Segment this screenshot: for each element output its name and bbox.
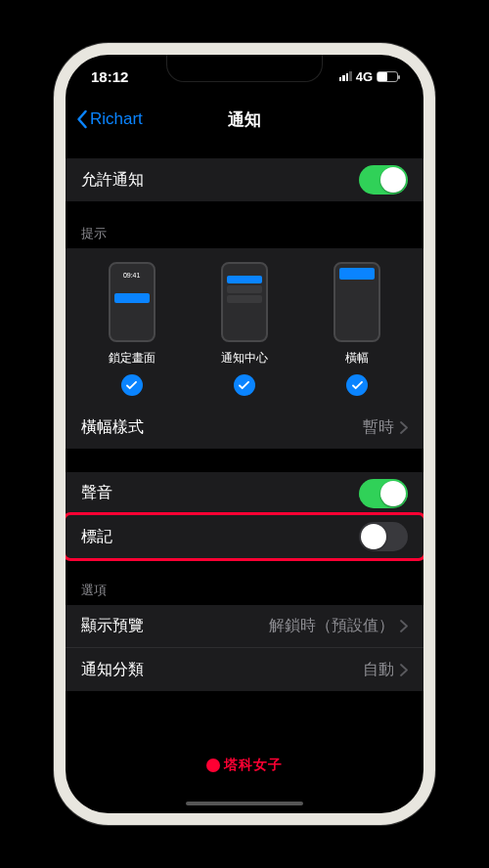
- banner-style-label: 橫幅樣式: [81, 417, 363, 438]
- alerts-group: 提示 09:41 鎖定畫面 通知中心: [66, 225, 423, 449]
- banner-style-value: 暫時: [363, 417, 394, 438]
- home-indicator[interactable]: [186, 802, 303, 805]
- chevron-right-icon: [400, 664, 408, 676]
- preview-value: 解鎖時（預設值）: [269, 616, 394, 636]
- back-label: Richart: [90, 109, 143, 129]
- allow-switch[interactable]: [359, 165, 408, 195]
- chevron-right-icon: [400, 620, 408, 632]
- phone-frame: 18:12 4G Richart 通知 允許通知 提示: [54, 43, 435, 825]
- alert-label: 鎖定畫面: [109, 350, 156, 367]
- sound-row[interactable]: 聲音: [66, 472, 423, 515]
- nav-bar: Richart 通知: [66, 98, 423, 141]
- badge-switch[interactable]: [359, 522, 408, 551]
- sound-switch[interactable]: [359, 479, 408, 508]
- sound-label: 聲音: [81, 483, 359, 503]
- banner-style-row[interactable]: 橫幅樣式 暫時: [66, 406, 423, 449]
- check-icon[interactable]: [121, 374, 143, 396]
- badge-row[interactable]: 標記: [66, 515, 423, 558]
- status-right: 4G: [339, 69, 398, 84]
- options-group: 選項 顯示預覽 解鎖時（預設值） 通知分類 自動: [66, 582, 423, 691]
- back-button[interactable]: Richart: [75, 109, 143, 129]
- network-label: 4G: [356, 69, 373, 84]
- check-icon[interactable]: [234, 374, 255, 396]
- preview-row[interactable]: 顯示預覽 解鎖時（預設值）: [66, 605, 423, 648]
- grouping-value: 自動: [363, 660, 394, 680]
- grouping-label: 通知分類: [81, 660, 363, 680]
- chevron-right-icon: [400, 421, 408, 434]
- signal-icon: [339, 71, 352, 81]
- watermark: 塔科女子: [66, 757, 423, 774]
- banner-icon: [333, 262, 380, 342]
- options-header: 選項: [66, 582, 423, 605]
- notch: [166, 55, 323, 82]
- sound-badge-group: 聲音 標記: [66, 472, 423, 558]
- screen: 18:12 4G Richart 通知 允許通知 提示: [66, 55, 423, 813]
- watermark-text: 塔科女子: [224, 757, 283, 772]
- allow-group: 允許通知: [66, 158, 423, 201]
- check-icon[interactable]: [346, 374, 368, 396]
- alerts-header: 提示: [66, 225, 423, 248]
- watermark-icon: [206, 759, 220, 772]
- preview-label: 顯示預覽: [81, 616, 269, 636]
- lock-screen-icon: 09:41: [109, 262, 156, 342]
- allow-label: 允許通知: [81, 170, 359, 191]
- status-time: 18:12: [91, 68, 128, 85]
- notification-center-icon: [221, 262, 268, 342]
- alert-option-lock[interactable]: 09:41 鎖定畫面: [109, 262, 156, 396]
- alert-option-center[interactable]: 通知中心: [221, 262, 268, 396]
- alert-option-banner[interactable]: 橫幅: [333, 262, 380, 396]
- grouping-row[interactable]: 通知分類 自動: [66, 648, 423, 691]
- battery-icon: [377, 71, 398, 82]
- chevron-left-icon: [75, 109, 88, 129]
- badge-label: 標記: [81, 527, 359, 547]
- allow-notifications-row[interactable]: 允許通知: [66, 158, 423, 201]
- alert-label: 通知中心: [221, 350, 268, 367]
- alerts-row: 09:41 鎖定畫面 通知中心 橫幅: [66, 248, 423, 406]
- alert-label: 橫幅: [345, 350, 369, 367]
- content: 允許通知 提示 09:41 鎖定畫面: [66, 158, 423, 691]
